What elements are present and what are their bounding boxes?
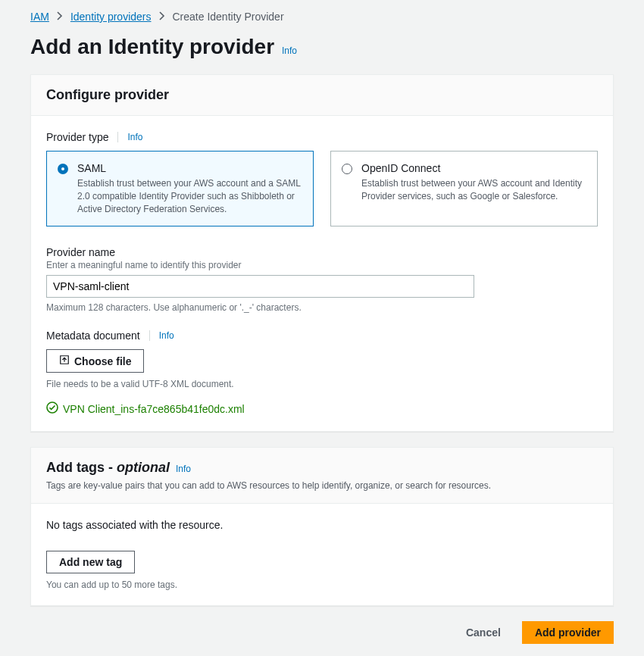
provider-type-info-link[interactable]: Info — [127, 132, 142, 142]
uploaded-file-status: VPN Client_ins-fa7ce865b41fe0dc.xml — [46, 401, 598, 416]
add-tags-subtext: Tags are key-value pairs that you can ad… — [46, 480, 598, 491]
uploaded-file-name: VPN Client_ins-fa7ce865b41fe0dc.xml — [63, 403, 245, 415]
tags-empty-message: No tags associated with the resource. — [46, 519, 598, 531]
choose-file-button[interactable]: Choose file — [46, 349, 144, 373]
breadcrumb-identity-providers[interactable]: Identity providers — [70, 11, 152, 23]
provider-type-label: Provider type Info — [46, 131, 598, 143]
metadata-info-link[interactable]: Info — [159, 330, 174, 341]
add-new-tag-button[interactable]: Add new tag — [46, 551, 135, 573]
page-title-text: Add an Identity provider — [30, 35, 274, 59]
provider-type-oidc-radio[interactable]: OpenID Connect Establish trust between y… — [330, 151, 598, 226]
add-tags-optional-word: optional — [117, 460, 170, 475]
metadata-document-label: Metadata document Info — [46, 330, 598, 342]
configure-provider-heading: Configure provider — [46, 87, 598, 103]
page-title: Add an Identity provider Info — [30, 35, 614, 59]
provider-name-input[interactable] — [46, 275, 474, 298]
oidc-title: OpenID Connect — [361, 162, 586, 174]
provider-name-label-text: Provider name — [46, 246, 115, 258]
page-info-link[interactable]: Info — [282, 45, 297, 56]
oidc-description: Establish trust between your AWS account… — [361, 177, 586, 203]
divider — [149, 330, 150, 341]
add-tags-panel: Add tags - optional Info Tags are key-va… — [30, 447, 614, 606]
add-new-tag-label: Add new tag — [59, 556, 122, 568]
provider-name-hint: Enter a meaningful name to identify this… — [46, 260, 598, 270]
breadcrumb-current: Create Identity Provider — [173, 11, 284, 23]
tags-limit-hint: You can add up to 50 more tags. — [46, 579, 598, 590]
radio-icon — [58, 164, 68, 174]
upload-icon — [59, 355, 70, 367]
provider-type-saml-radio[interactable]: SAML Establish trust between your AWS ac… — [46, 151, 314, 226]
radio-icon — [342, 164, 352, 174]
check-circle-icon — [46, 401, 58, 416]
provider-name-constraint: Maximum 128 characters. Use alphanumeric… — [46, 302, 598, 313]
add-provider-button[interactable]: Add provider — [522, 621, 614, 644]
divider — [117, 132, 118, 142]
metadata-document-label-text: Metadata document — [46, 330, 140, 342]
add-tags-header: Add tags - optional Info Tags are key-va… — [31, 448, 613, 504]
configure-provider-panel: Configure provider Provider type Info SA… — [30, 74, 614, 432]
metadata-hint: File needs to be a valid UTF-8 XML docum… — [46, 379, 598, 389]
saml-title: SAML — [77, 162, 302, 174]
choose-file-label: Choose file — [74, 355, 131, 367]
add-tags-heading: Add tags - optional — [46, 460, 170, 476]
saml-description: Establish trust between your AWS account… — [77, 177, 302, 215]
chevron-right-icon — [159, 11, 165, 23]
chevron-right-icon — [57, 11, 63, 23]
cancel-button[interactable]: Cancel — [454, 621, 513, 644]
breadcrumb-iam[interactable]: IAM — [30, 11, 49, 23]
footer-actions: Cancel Add provider — [30, 621, 614, 644]
breadcrumb: IAM Identity providers Create Identity P… — [30, 11, 614, 23]
add-tags-heading-prefix: Add tags - — [46, 460, 117, 475]
tags-info-link[interactable]: Info — [176, 464, 191, 474]
provider-name-label: Provider name — [46, 246, 598, 258]
provider-type-label-text: Provider type — [46, 131, 108, 143]
configure-provider-header: Configure provider — [31, 75, 613, 116]
